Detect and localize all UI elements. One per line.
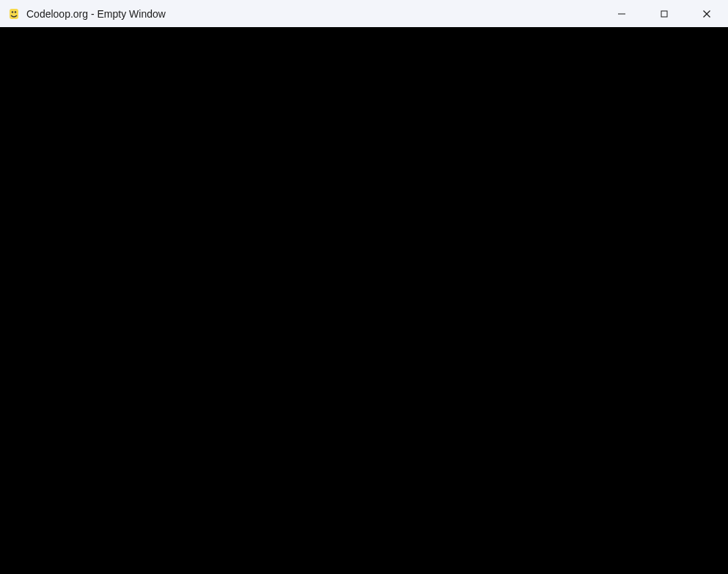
python-icon	[7, 7, 21, 21]
maximize-button[interactable]	[643, 0, 685, 27]
application-window: Codeloop.org - Empty Window	[0, 0, 728, 574]
svg-point-1	[12, 11, 13, 12]
close-button[interactable]	[685, 0, 728, 27]
titlebar-left: Codeloop.org - Empty Window	[7, 7, 166, 21]
window-title: Codeloop.org - Empty Window	[26, 8, 166, 20]
window-controls	[600, 0, 728, 27]
titlebar[interactable]: Codeloop.org - Empty Window	[0, 0, 728, 27]
content-area	[0, 27, 728, 574]
svg-point-2	[15, 11, 16, 12]
svg-rect-4	[661, 11, 667, 17]
minimize-button[interactable]	[600, 0, 643, 27]
svg-rect-0	[10, 9, 18, 19]
